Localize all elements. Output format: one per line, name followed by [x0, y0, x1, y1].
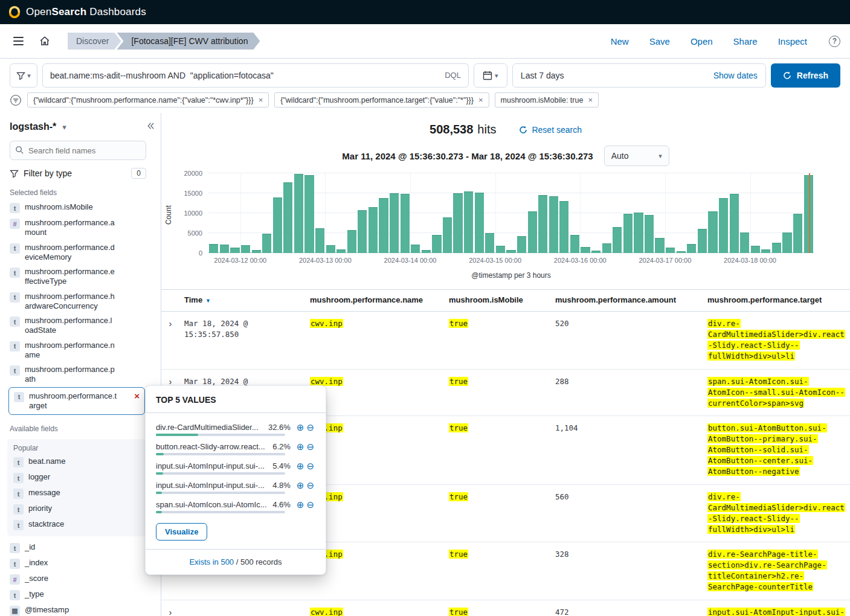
nav-action-open[interactable]: Open [691, 36, 713, 47]
exists-in-link[interactable]: Exists in 500 [189, 557, 234, 566]
histogram-bar[interactable] [634, 213, 643, 253]
breadcrumb-item[interactable]: [Fotocasa][FE] CWV attribution [117, 33, 260, 50]
remove-filter-icon[interactable]: × [478, 95, 483, 104]
histogram-bar[interactable] [645, 215, 654, 253]
filter-for-value-icon[interactable]: ⊕ [295, 423, 306, 432]
filter-out-value-icon[interactable]: ⊖ [305, 423, 315, 432]
histogram-bar[interactable] [538, 195, 547, 253]
field-_id[interactable]: t_id [10, 540, 146, 556]
histogram-bar[interactable] [730, 194, 739, 253]
histogram-bar[interactable] [517, 236, 526, 253]
filter-pill[interactable]: mushroom.isMobile: true× [495, 92, 599, 107]
histogram-bar[interactable] [496, 246, 505, 253]
field-mushroom.performance.path[interactable]: tmushroom.performance.path [10, 362, 146, 387]
histogram-bar[interactable] [220, 245, 229, 253]
field-stacktrace[interactable]: tstacktrace [13, 517, 150, 533]
histogram-bar[interactable] [793, 214, 802, 253]
filter-for-value-icon[interactable]: ⊕ [295, 442, 306, 451]
remove-filter-icon[interactable]: × [588, 95, 593, 104]
histogram-bar[interactable] [623, 214, 633, 253]
date-picker-button[interactable]: ▾ [474, 63, 507, 88]
histogram-bar[interactable] [772, 243, 781, 253]
histogram-bar[interactable] [591, 251, 600, 253]
histogram-bar[interactable] [273, 197, 282, 253]
histogram-bar[interactable] [687, 244, 696, 253]
histogram-bar[interactable] [475, 193, 484, 253]
field-@timestamp[interactable]: ▦@timestamp [10, 603, 146, 616]
reset-search-button[interactable]: Reset search [519, 125, 581, 135]
histogram-bar[interactable] [315, 228, 324, 253]
visualize-button[interactable]: Visualize [156, 523, 207, 541]
histogram-bar[interactable] [581, 247, 590, 253]
histogram-bar[interactable] [294, 174, 303, 253]
histogram-bar[interactable] [698, 229, 707, 253]
date-range-value[interactable]: Last 7 days [521, 71, 564, 80]
field-mushroom.performance.name[interactable]: tmushroom.performance.name [10, 338, 146, 363]
remove-field-icon[interactable]: × [134, 391, 140, 400]
column-header-time[interactable]: Time▼ [179, 290, 305, 312]
remove-filter-icon[interactable]: × [259, 95, 263, 104]
histogram-bar[interactable] [252, 250, 261, 253]
histogram-bar[interactable] [422, 250, 431, 253]
histogram-bar[interactable] [559, 201, 568, 253]
nav-action-share[interactable]: Share [733, 36, 758, 47]
filter-pill[interactable]: {"wildcard":{"mushroom.performance.targe… [274, 92, 489, 107]
field-_index[interactable]: t_index [10, 556, 146, 571]
filter-for-value-icon[interactable]: ⊕ [295, 481, 306, 490]
histogram-bar[interactable] [443, 217, 452, 253]
histogram-bar[interactable] [719, 198, 728, 253]
filter-pill[interactable]: {"wildcard":{"mushroom.performance.name"… [27, 92, 269, 107]
histogram-bar[interactable] [304, 175, 314, 253]
home-icon[interactable] [36, 33, 53, 50]
filter-options-icon[interactable] [10, 94, 22, 106]
histogram-bar[interactable] [655, 238, 664, 253]
histogram-bar[interactable] [549, 196, 558, 253]
histogram-bar[interactable] [347, 230, 356, 253]
saved-query-button[interactable]: ▾ [10, 63, 37, 88]
filter-out-value-icon[interactable]: ⊖ [305, 481, 315, 490]
filter-by-type-button[interactable]: Filter by type 0 [10, 168, 146, 179]
histogram-bar[interactable] [602, 243, 611, 254]
histogram-bar[interactable] [283, 182, 292, 253]
histogram-bar[interactable] [761, 249, 770, 253]
field-_type[interactable]: t_type [10, 587, 146, 603]
refresh-button[interactable]: Refresh [771, 63, 840, 88]
filter-out-value-icon[interactable]: ⊖ [305, 442, 315, 451]
nav-action-inspect[interactable]: Inspect [778, 36, 807, 47]
index-pattern-selector[interactable]: logstash-* [10, 121, 56, 132]
histogram-bar[interactable] [432, 235, 441, 253]
histogram-bar[interactable] [336, 249, 346, 253]
field-beat.name[interactable]: tbeat.name [13, 454, 150, 470]
field-mushroom.performance.deviceMemory[interactable]: tmushroom.performance.deviceMemory [10, 240, 146, 265]
field-message[interactable]: tmessage [13, 486, 150, 501]
histogram-bar[interactable] [666, 248, 675, 253]
histogram-bar[interactable] [464, 191, 473, 253]
histogram-bar[interactable] [506, 250, 515, 253]
sort-descending-icon[interactable]: ▼ [205, 298, 211, 304]
filter-out-value-icon[interactable]: ⊖ [305, 461, 315, 470]
help-icon[interactable]: ? [829, 36, 840, 47]
filter-for-value-icon[interactable]: ⊕ [295, 461, 306, 470]
field-mushroom.performance.loadState[interactable]: tmushroom.performance.loadState [10, 313, 146, 338]
field-mushroom.performance.hardwareConcurrency[interactable]: tmushroom.performance.hardwareConcurrenc… [10, 289, 146, 314]
menu-icon[interactable] [10, 33, 27, 50]
opensearch-logo-icon[interactable] [8, 5, 21, 19]
field-priority[interactable]: tpriority [13, 501, 150, 517]
histogram-bar[interactable] [613, 227, 622, 253]
histogram-bar[interactable] [241, 245, 250, 253]
expand-row-icon[interactable]: › [161, 600, 179, 616]
histogram-bar[interactable] [209, 244, 218, 253]
field-mushroom.isMobile[interactable]: tmushroom.isMobile [10, 200, 146, 216]
histogram-bar[interactable] [326, 245, 335, 253]
histogram-bar[interactable] [401, 194, 410, 253]
histogram-bar[interactable] [740, 233, 749, 253]
field-mushroom.performance.amount[interactable]: #mushroom.performance.amount [10, 216, 146, 240]
histogram-bar[interactable] [453, 193, 462, 253]
show-dates-link[interactable]: Show dates [713, 71, 758, 80]
histogram-bar[interactable] [751, 246, 760, 253]
histogram-bar[interactable] [570, 235, 579, 253]
histogram-bar[interactable] [358, 210, 367, 253]
query-language-toggle[interactable]: DQL [445, 71, 461, 80]
histogram-bar[interactable] [708, 211, 717, 253]
histogram-bar[interactable] [230, 248, 239, 253]
